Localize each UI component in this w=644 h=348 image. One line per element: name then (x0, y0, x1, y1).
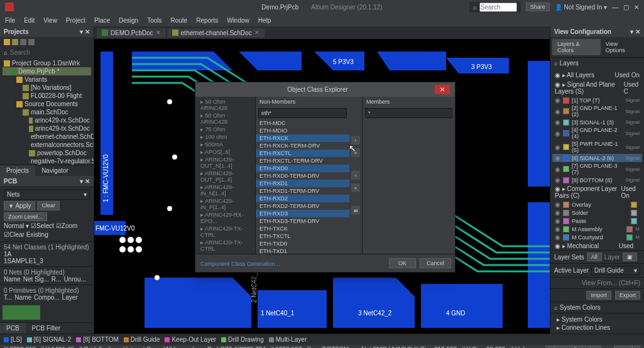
nets-dropdown[interactable]: Nets▾ (4, 189, 90, 200)
status-layer[interactable]: Multi-Layer (269, 336, 307, 343)
signin-button[interactable]: 👤 Not Signed In ▾ (555, 4, 607, 11)
export-button[interactable]: Export (615, 291, 640, 300)
toolbar-icon[interactable] (28, 39, 35, 45)
panel-menu-icon[interactable]: ▾ ✕ (80, 28, 90, 35)
tree-item[interactable]: FL00228-00 Flight (3, 92, 91, 100)
nonmember-item[interactable]: ETH-MDIO (256, 127, 349, 134)
menu-place[interactable]: Place (94, 17, 110, 24)
cancel-button[interactable]: Cancel (420, 258, 451, 268)
nonmember-item[interactable]: ETH-RXD2-TERM-DRV (256, 202, 349, 210)
layer-item[interactable]: ◉M CourtyardM (552, 233, 642, 241)
nonmember-item[interactable]: ETH-RXCTL-TERM-DRV (256, 157, 349, 165)
select-check[interactable]: ☑Select (31, 222, 54, 229)
move-all-left-button[interactable]: « (351, 183, 360, 192)
tab-layers-colors[interactable]: Layers & Colors (552, 39, 601, 55)
tab-navigator[interactable]: Navigator (35, 165, 75, 176)
layer-item[interactable]: ◉Solder (552, 209, 642, 217)
nonmember-item[interactable]: ETH-RXCTL (256, 150, 349, 157)
nonmember-item[interactable]: ETH-RXD1-TERM-DRV (256, 187, 349, 195)
close-icon[interactable]: ✕ (634, 4, 639, 11)
tree-item[interactable]: Demo.PrjPcb * (3, 67, 91, 75)
nonmember-item[interactable]: ETH-RXD0-TERM-DRV (256, 172, 349, 180)
class-tree-item[interactable]: ▸ APOS[..6] (197, 148, 254, 156)
layer-item[interactable]: ◉[6] SIGNAL-2 (6)Signal (552, 154, 642, 162)
class-tree-item[interactable]: ▸ ARINC429-OUT_P[1..4] (197, 170, 254, 183)
class-tree-item[interactable]: ▸ 500mA (197, 141, 254, 148)
system-color-item[interactable]: ▸ Connection Lines (554, 324, 640, 332)
nonmembers-filter-input[interactable] (258, 108, 347, 118)
class-tree-item[interactable]: ▸ 50 Ohm ARINC429 (197, 98, 254, 112)
zoom-button[interactable]: Zoom Level... (4, 212, 47, 221)
close-tab-icon[interactable]: ✕ (254, 30, 259, 36)
menu-route[interactable]: Route (171, 17, 188, 24)
component-class-gen-link[interactable]: Component Class Generation... (200, 261, 280, 267)
nonmember-item[interactable]: ETH-RXD3-TERM-DRV (256, 217, 349, 225)
ok-button[interactable]: OK (389, 258, 416, 268)
tree-item[interactable]: arinc429-rx.SchDoc (3, 116, 91, 124)
tab-view-options[interactable]: View Options (601, 39, 642, 55)
layer-group[interactable]: ◉ ▸ Signal And Plane Layers (S)Used C (552, 80, 642, 96)
import-button[interactable]: Import (586, 291, 611, 300)
move-left-button[interactable]: ‹ (351, 171, 360, 180)
share-button[interactable]: Share (526, 3, 550, 11)
nonmember-item[interactable]: ETH-MDC (256, 119, 349, 127)
menu-window[interactable]: Window (227, 17, 249, 24)
nonmember-item[interactable]: ETH-TXD1 (256, 247, 349, 254)
nonmember-item[interactable]: ETH-RXCK (256, 134, 349, 142)
tree-item[interactable]: Project Group 1.DsnWrk (3, 59, 91, 67)
class-tree-item[interactable]: ▸ ARINC429-RX-EPO... (197, 211, 254, 225)
menu-reports[interactable]: Reports (196, 17, 218, 24)
nonmember-item[interactable]: ETH-RXCK-TERM-DRV (256, 142, 349, 150)
menu-view[interactable]: View (43, 17, 57, 24)
tree-item[interactable]: negative-7v-regulator.S (3, 157, 91, 165)
layer-item[interactable]: ◉[5] PWR PLANE-1 (5)Signal (552, 140, 642, 154)
layer-item[interactable]: ◉[8] BOTTOM (8)Signal (552, 176, 642, 184)
nonmember-item[interactable]: ETH-TXCK (256, 225, 349, 232)
status-layer[interactable]: Keep-Out Layer (165, 336, 216, 343)
menu-help[interactable]: Help (258, 17, 271, 24)
netclass-item[interactable]: 1A (4, 251, 90, 258)
tree-item[interactable]: externalconnectors.SchDoc (3, 141, 91, 149)
members-filter-input[interactable] (365, 108, 452, 118)
clear-button[interactable]: Clear (37, 201, 60, 210)
class-tree-item[interactable]: ▸ 100 ohm (197, 133, 254, 141)
layer-group[interactable]: ◉ ▸ Mechanical Layers (M)Used On (552, 241, 642, 250)
project-search-input[interactable] (10, 49, 90, 56)
menu-project[interactable]: Project (66, 17, 85, 24)
tree-item[interactable]: ethernet-channel.SchDoc (3, 133, 91, 141)
document-tab[interactable]: ethernet-channel.SchDoc✕ (167, 28, 265, 38)
menu-design[interactable]: Design (119, 17, 138, 24)
global-search-input[interactable] (479, 3, 517, 12)
layer-item[interactable]: ◉Paste (552, 217, 642, 225)
layer-item[interactable]: ◉Overlay (552, 200, 642, 209)
menu-tools[interactable]: Tools (147, 17, 161, 24)
toolbar-icon[interactable] (4, 39, 10, 45)
dialog-close-button[interactable]: ✕ (435, 85, 450, 94)
close-tab-icon[interactable]: ✕ (156, 30, 161, 36)
nonmember-item[interactable]: ETH-RXD1 (256, 180, 349, 187)
tab-pcb[interactable]: PCB (0, 323, 26, 334)
active-layer-dropdown[interactable]: Drill Guide▾ (591, 266, 640, 275)
layer-group[interactable]: ◉ ▸ Component Layer Pairs (C)Used On (552, 184, 642, 200)
panels-button[interactable]: Panels (614, 345, 640, 349)
nonmember-item[interactable]: ETH-RXD3 (256, 210, 349, 217)
maximize-icon[interactable]: ▢ (623, 4, 629, 11)
swap-button[interactable]: ⇄ (351, 206, 360, 215)
class-tree-item[interactable]: ▸ ARINC429-IN_N[1..4] (197, 183, 254, 197)
menu-edit[interactable]: Edit (24, 17, 35, 24)
status-layer[interactable]: [LS] (4, 336, 22, 343)
netclass-item[interactable]: 1SAMPLE1_3 (4, 258, 90, 264)
layer-group[interactable]: ◉ ▸ All LayersUsed On (552, 70, 642, 80)
layer-add-button[interactable]: ▣ (623, 253, 637, 261)
tab-pcb-filter[interactable]: PCB Filter (26, 323, 67, 334)
class-tree-item[interactable]: ▸ ARINC429-IN_P[1..4] (197, 197, 254, 211)
menu-file[interactable]: File (5, 17, 15, 24)
tree-item[interactable]: [No Variations] (3, 84, 91, 92)
layer-item[interactable]: ◉[7] GND PLANE-3 (7)Signal (552, 162, 642, 176)
status-layer[interactable]: [6] SIGNAL-2 (27, 336, 71, 343)
class-tree-item[interactable]: ▸ ARINC429-OUT_N[1..4] (197, 156, 254, 170)
all-layers-button[interactable]: All (587, 253, 602, 261)
status-layer[interactable]: Drill Guide (124, 336, 160, 343)
class-tree-item[interactable]: ▸ ARINC429-TX-CTRL (197, 239, 254, 253)
nonmember-item[interactable]: ETH-RXD0 (256, 165, 349, 172)
